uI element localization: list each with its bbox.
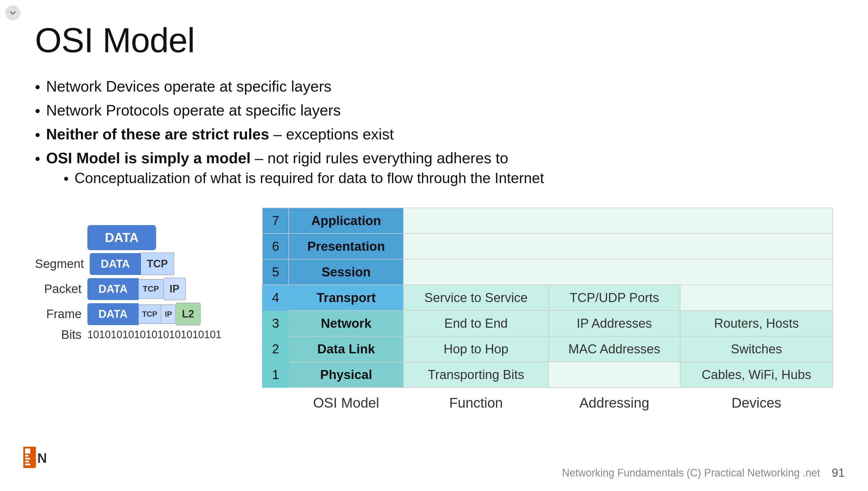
enc-row-data: DATA [35,225,233,250]
layer-4-func: Service to Service [403,285,549,311]
l2-box: L2 [176,302,200,325]
osi-table-container: 7 Application 6 Presentation 5 Session [262,208,833,416]
footer: N Networking Fundamentals (C) Practical … [0,466,868,479]
ip-box: IP [164,278,186,300]
data-box-packet: DATA [87,278,138,300]
page-number: 91 [832,466,845,479]
data-box-segment: DATA [90,253,141,275]
layer-4-num: 4 [262,285,289,311]
chevron-down-button[interactable] [5,5,21,21]
enc-row-bits: Bits 10101010101010101010101 [35,328,233,342]
layer-2-func: Hop to Hop [403,336,549,362]
enc-row-frame: Frame DATA TCP IP L2 [35,302,233,325]
layer-3-dev: Routers, Hosts [680,311,833,336]
layer-5-row: 5 Session [262,259,833,285]
th-devices: Devices [680,387,833,416]
layer-5-num: 5 [262,259,289,285]
layer-3-row: 3 Network End to End IP Addresses Router… [262,311,833,336]
main-diagram: DATA Segment DATA TCP Packet DATA TCP IP [35,208,833,416]
th-addressing: Addressing [549,387,680,416]
enc-block-frame: DATA TCP IP L2 [87,302,201,325]
layer-1-num: 1 [262,362,289,387]
svg-rect-5 [25,458,30,460]
layer-3-num: 3 [262,311,289,336]
enc-row-segment: Segment DATA TCP [35,253,233,275]
layer-6-name: Presentation [289,234,403,259]
sub-bullet-1: Conceptualization of what is required fo… [63,170,544,187]
layer-4-addr: TCP/UDP Ports [549,285,680,311]
layer-7-num: 7 [262,208,289,234]
enc-label-segment: Segment [35,257,84,271]
layer-1-addr [549,362,680,387]
svg-rect-4 [25,455,29,457]
ip-box-frame: IP [161,305,176,324]
pn-logo: N [23,447,50,470]
layer-7-row: 7 Application [262,208,833,234]
bullet-2-text: Network Protocols operate at specific la… [46,102,341,119]
layer-3-addr: IP Addresses [549,311,680,336]
layer-2-name: Data Link [289,336,403,362]
bullet-3-text: Neither of these are strict rules – exce… [46,125,394,143]
svg-rect-1 [25,449,30,454]
svg-rect-6 [25,461,29,462]
layer-2-addr: MAC Addresses [549,336,680,362]
layer-2-row: 2 Data Link Hop to Hop MAC Addresses Swi… [262,336,833,362]
bullet-list: Network Devices operate at specific laye… [35,78,833,193]
logo-area: N [23,447,50,471]
encapsulation-side: DATA Segment DATA TCP Packet DATA TCP IP [35,208,233,344]
bullet-1-text: Network Devices operate at specific laye… [46,78,332,95]
enc-label-frame: Frame [35,307,82,321]
layer-2-num: 2 [262,336,289,362]
layer-4-row: 4 Transport Service to Service TCP/UDP P… [262,285,833,311]
layer-6-num: 6 [262,234,289,259]
layer-1-row: 1 Physical Transporting Bits Cables, WiF… [262,362,833,387]
chevron-down-icon [9,9,17,17]
slide-title: OSI Model [35,21,833,60]
bullet-4: OSI Model is simply a model – not rigid … [35,149,833,193]
enc-block-data: DATA [87,225,156,250]
th-osi-model: OSI Model [289,387,403,416]
layer-6-row: 6 Presentation [262,234,833,259]
enc-label-packet: Packet [35,282,82,296]
enc-row-packet: Packet DATA TCP IP [35,278,233,300]
tcp-box: TCP [141,253,174,275]
layer-3-func: End to End [403,311,549,336]
layer-6-func [403,234,833,259]
slide-content: OSI Model Network Devices operate at spe… [0,0,868,491]
bullet-2: Network Protocols operate at specific la… [35,102,833,119]
enc-label-bits: Bits [35,328,82,342]
bullet-1: Network Devices operate at specific laye… [35,78,833,96]
enc-block-packet: DATA TCP IP [87,278,186,300]
footer-text: Networking Fundamentals (C) Practical Ne… [562,467,820,479]
layer-7-name: Application [289,208,403,234]
bits-label: 10101010101010101010101 [87,328,222,341]
layer-7-func [403,208,833,234]
sub-bullet-list: Conceptualization of what is required fo… [46,170,544,187]
data-box: DATA [87,225,156,250]
sub-bullet-1-text: Conceptualization of what is required fo… [74,170,544,186]
layer-1-name: Physical [289,362,403,387]
th-function: Function [403,387,549,416]
layer-1-func: Transporting Bits [403,362,549,387]
enc-block-segment: DATA TCP [90,253,174,275]
layer-3-name: Network [289,311,403,336]
osi-table: 7 Application 6 Presentation 5 Session [262,208,833,416]
th-empty [262,387,289,416]
bullet-3: Neither of these are strict rules – exce… [35,125,833,143]
tcp-box-frame: TCP [138,305,161,324]
svg-rect-7 [25,464,30,465]
layer-5-func [403,259,833,285]
layer-4-dev [680,285,833,311]
table-header-row: OSI Model Function Addressing Devices [262,387,833,416]
layer-5-name: Session [289,259,403,285]
layer-1-dev: Cables, WiFi, Hubs [680,362,833,387]
layer-4-name: Transport [289,285,403,311]
svg-text:N: N [37,451,47,466]
layer-2-dev: Switches [680,336,833,362]
tcp-box-packet: TCP [138,279,164,299]
data-box-frame: DATA [87,303,138,325]
bullet-4-text: OSI Model is simply a model – not rigid … [46,149,544,193]
